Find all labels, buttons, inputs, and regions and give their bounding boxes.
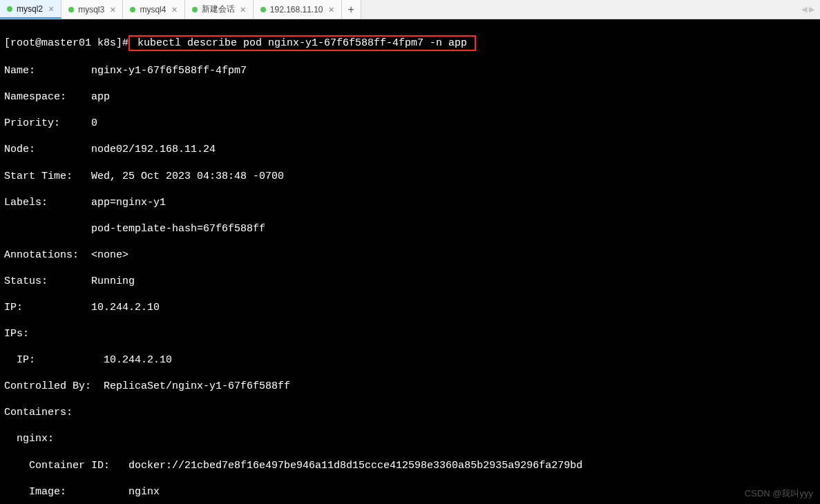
status-dot-icon <box>260 7 266 12</box>
output-line: pod-template-hash=67f6f588ff <box>4 222 816 235</box>
output-line: IP: 10.244.2.10 <box>4 301 816 314</box>
output-line: IP: 10.244.2.10 <box>4 353 816 367</box>
output-line: Container ID: docker://21cbed7e8f16e497b… <box>4 459 816 472</box>
close-icon[interactable]: × <box>329 4 334 15</box>
output-line: IPs: <box>4 327 816 340</box>
tab-mysql4[interactable]: mysql4 × <box>123 0 184 19</box>
close-icon[interactable]: × <box>171 4 177 15</box>
tab-bar: mysql2 × mysql3 × mysql4 × 新建会话 × 192.16… <box>0 0 820 19</box>
status-dot-icon <box>192 7 198 12</box>
output-line: Labels: app=nginx-y1 <box>4 196 816 209</box>
output-line: Image: nginx <box>4 485 816 498</box>
tab-mysql2[interactable]: mysql2 × <box>0 0 61 19</box>
status-dot-icon <box>130 7 135 12</box>
output-line: Node: node02/192.168.11.24 <box>4 143 816 156</box>
output-line: Containers: <box>4 406 816 419</box>
close-icon[interactable]: × <box>240 4 246 15</box>
tab-label: 192.168.11.10 <box>270 5 323 14</box>
close-icon[interactable]: × <box>48 3 54 14</box>
tab-new-session[interactable]: 新建会话 × <box>185 0 254 19</box>
watermark: CSDN @我叫yyy <box>745 487 813 500</box>
status-dot-icon <box>7 6 12 12</box>
command-highlight: kubectl describe pod nginx-y1-67f6f588ff… <box>128 35 476 51</box>
output-line: Namespace: app <box>4 90 816 104</box>
tab-mysql3[interactable]: mysql3 × <box>61 0 123 19</box>
prompt-line: [root@master01 k8s]# kubectl describe po… <box>4 35 816 51</box>
output-line: Name: nginx-y1-67f6f588ff-4fpm7 <box>4 64 816 77</box>
tab-label: mysql3 <box>78 5 104 14</box>
output-line: Priority: 0 <box>4 117 816 130</box>
output-line: Start Time: Wed, 25 Oct 2023 04:38:48 -0… <box>4 170 816 183</box>
tab-nav-arrows[interactable]: ◀ ▶ <box>796 0 820 19</box>
output-line: Status: Running <box>4 275 816 288</box>
add-tab-button[interactable]: + <box>342 0 361 19</box>
tab-label: 新建会话 <box>202 3 235 15</box>
close-icon[interactable]: × <box>110 4 115 15</box>
output-line: Annotations: <none> <box>4 249 816 262</box>
tab-label: mysql2 <box>17 4 43 14</box>
terminal-output[interactable]: [root@master01 k8s]# kubectl describe po… <box>0 19 820 504</box>
output-line: Controlled By: ReplicaSet/nginx-y1-67f6f… <box>4 380 816 393</box>
status-dot-icon <box>68 7 74 12</box>
tab-label: mysql4 <box>140 5 166 14</box>
output-line: nginx: <box>4 432 816 445</box>
prompt-prefix: [root@master01 k8s]# <box>4 37 128 49</box>
tab-ip[interactable]: 192.168.11.10 × <box>254 0 342 19</box>
